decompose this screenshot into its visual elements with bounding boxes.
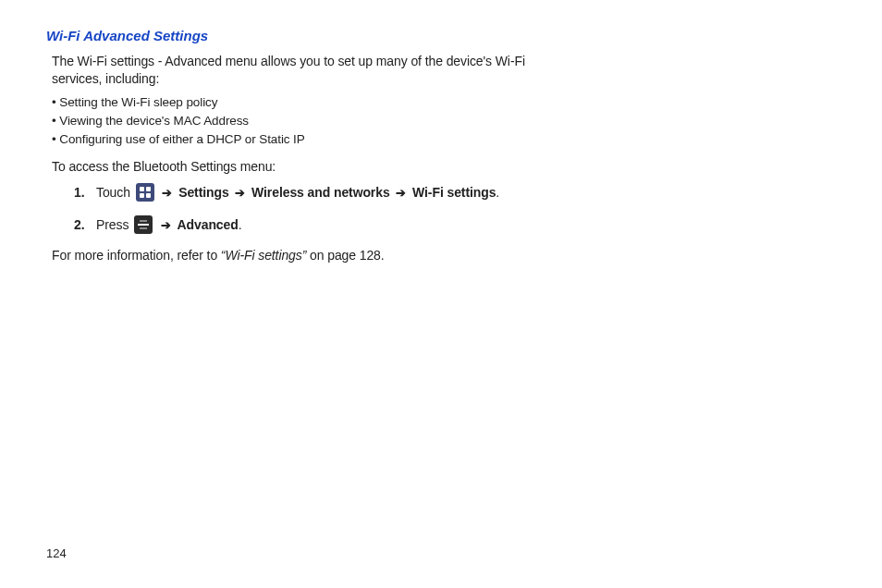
- step-body: Press ➔ Advanced.: [96, 215, 564, 235]
- step-number: 1.: [74, 183, 96, 202]
- arrow-icon: ➔: [161, 218, 171, 232]
- advanced-label: Advanced: [178, 217, 239, 232]
- wifi-settings-label: Wi-Fi settings: [412, 185, 496, 200]
- bullet-item: • Viewing the device's MAC Address: [52, 112, 564, 130]
- arrow-icon: ➔: [162, 186, 172, 200]
- bullet-item: • Configuring use of either a DHCP or St…: [52, 130, 564, 149]
- more-info-suffix: on page 128.: [310, 248, 385, 263]
- menu-bars-icon: [134, 215, 153, 234]
- ordered-steps: 1. Touch ➔ Settings ➔ Wireless and netwo…: [74, 183, 564, 236]
- step-text-press: Press: [96, 217, 132, 232]
- more-info-prefix: For more information, refer to: [52, 248, 221, 263]
- svg-rect-2: [140, 193, 144, 198]
- step-number: 2.: [74, 215, 96, 235]
- document-content: Wi-Fi Advanced Settings The Wi-Fi settin…: [46, 28, 564, 263]
- bullet-item: • Setting the Wi-Fi sleep policy: [52, 93, 564, 112]
- settings-label: Settings: [178, 185, 228, 200]
- section-title-text: Wi-Fi Advanced Settings: [46, 28, 208, 43]
- period: .: [239, 217, 242, 232]
- intro-paragraph: The Wi-Fi settings - Advanced menu allow…: [52, 53, 564, 88]
- step-text-touch: Touch: [96, 185, 134, 200]
- svg-rect-6: [140, 227, 147, 229]
- svg-rect-5: [140, 220, 147, 222]
- bullet-list: • Setting the Wi-Fi sleep policy • Viewi…: [52, 93, 564, 150]
- svg-rect-3: [146, 193, 151, 198]
- more-info-reference: “Wi-Fi settings”: [221, 248, 310, 263]
- page-number: 124: [46, 546, 67, 560]
- svg-rect-0: [140, 187, 144, 191]
- arrow-icon: ➔: [396, 186, 406, 200]
- arrow-icon: ➔: [235, 186, 245, 200]
- step-body: Touch ➔ Settings ➔ Wireless and networks…: [96, 183, 564, 202]
- period: .: [496, 185, 499, 200]
- step-2: 2. Press ➔ Advanced.: [74, 215, 564, 235]
- wireless-label: Wireless and networks: [251, 185, 390, 200]
- apps-grid-icon: [136, 183, 154, 202]
- access-instruction: To access the Bluetooth Settings menu:: [52, 159, 564, 174]
- more-info-line: For more information, refer to “Wi-Fi se…: [52, 248, 564, 263]
- svg-rect-4: [138, 224, 149, 226]
- section-title: Wi-Fi Advanced Settings: [46, 28, 564, 43]
- svg-rect-1: [146, 187, 151, 191]
- step-1: 1. Touch ➔ Settings ➔ Wireless and netwo…: [74, 183, 564, 202]
